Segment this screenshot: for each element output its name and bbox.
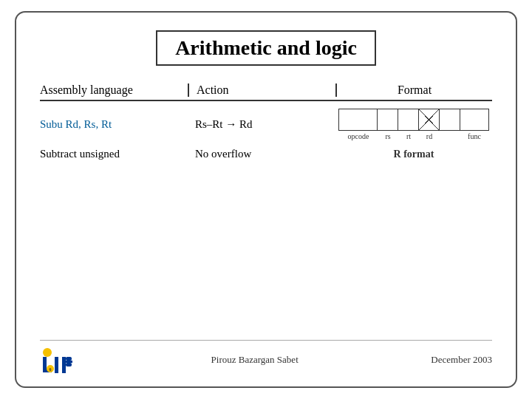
col-action-header: Action — [189, 83, 335, 97]
format-label: Format — [398, 83, 432, 96]
action-label: Action — [197, 83, 229, 96]
svg-rect-1 — [43, 357, 47, 370]
assembly-label: Assembly language — [40, 83, 133, 96]
r-format-boxes — [338, 109, 489, 131]
format-diagram: opcode rs rt rd func — [335, 109, 492, 140]
svg-text:6: 6 — [50, 367, 52, 372]
func-label: func — [460, 132, 488, 140]
svg-rect-6 — [66, 363, 72, 366]
col-assembly-header: Assembly language — [40, 83, 188, 97]
action-text-1: Rs–Rt → Rd — [195, 118, 253, 130]
arrow-icon: → — [225, 118, 236, 130]
slide-container: Arithmetic and logic Assembly language A… — [15, 11, 517, 388]
rt-label: rt — [398, 132, 419, 140]
table-row-2: Subtract unsigned No overflow R format — [40, 143, 492, 160]
table-header: Assembly language Action Format — [40, 83, 492, 100]
svg-rect-5 — [66, 357, 72, 361]
lip-logo-icon: 6 — [40, 347, 78, 373]
slide-title: Arithmetic and logic — [156, 30, 376, 66]
rs-box — [378, 109, 398, 130]
footer-logo-area: 6 — [40, 347, 78, 373]
action-value-1: Rs–Rt → Rd — [188, 118, 335, 131]
r-format-label: R format — [335, 149, 492, 160]
opcode-label: opcode — [339, 132, 378, 140]
slide-footer: 6 Pirouz Bazargan Sabet December 2003 — [40, 340, 492, 373]
svg-rect-7 — [62, 361, 72, 363]
svg-point-0 — [43, 348, 52, 357]
rs-label: rs — [378, 132, 398, 140]
svg-rect-3 — [55, 357, 58, 373]
r-format-labels: opcode rs rt rd func — [339, 132, 488, 140]
opcode-box — [339, 109, 378, 130]
shamt-box — [440, 109, 460, 130]
footer-author: Pirouz Bazargan Sabet — [211, 354, 299, 366]
col-format-header: Format — [337, 83, 492, 97]
func-box — [460, 109, 488, 130]
table-row-1: Subu Rd, Rs, Rt Rs–Rt → Rd opcode rs rt … — [40, 101, 492, 143]
shamt-label — [440, 132, 460, 140]
rd-box — [419, 109, 440, 130]
svg-rect-4 — [62, 357, 66, 373]
assembly-value-1: Subu Rd, Rs, Rt — [40, 118, 188, 131]
rt-box — [398, 109, 419, 130]
rd-label: rd — [419, 132, 440, 140]
assembly-value-2: Subtract unsigned — [40, 148, 188, 160]
footer-date: December 2003 — [431, 354, 492, 366]
action-value-2: No overflow — [188, 148, 335, 160]
